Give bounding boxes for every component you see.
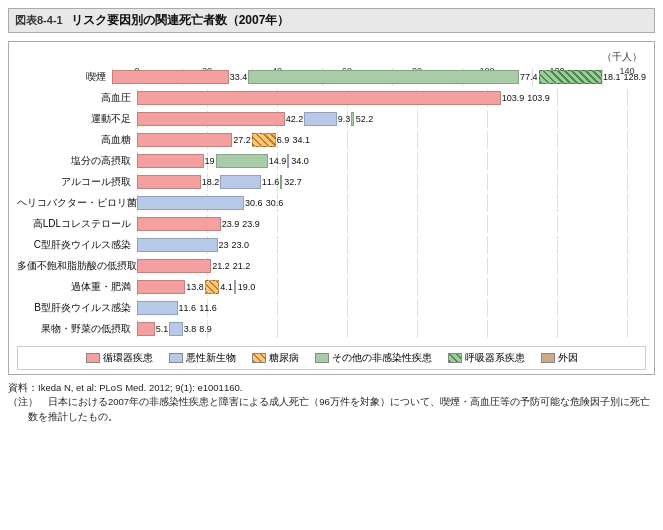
legend-box-1 bbox=[169, 353, 183, 363]
seg-label-2-0: 42.2 bbox=[286, 114, 304, 124]
total-label-8: 23.0 bbox=[232, 240, 250, 250]
seg-label-0-2: 18.1 bbox=[603, 72, 621, 82]
bar-area-7: 23.923.9 bbox=[137, 215, 646, 233]
bar-segment-0-1 bbox=[248, 70, 519, 84]
legend-item-4: 呼吸器系疾患 bbox=[448, 351, 525, 365]
bar-segment-4-0 bbox=[137, 154, 204, 168]
chart-row-1: 高血圧103.9103.9 bbox=[17, 89, 646, 107]
bar-segment-10-2 bbox=[234, 280, 236, 294]
chart-row-8: C型肝炎ウイルス感染2323.0 bbox=[17, 236, 646, 254]
unit-label: （千人） bbox=[17, 50, 646, 64]
row-label-12: 果物・野菜の低摂取 bbox=[17, 322, 137, 336]
bar-segment-11-0 bbox=[137, 301, 178, 315]
total-label-4: 34.0 bbox=[291, 156, 309, 166]
total-label-5: 32.7 bbox=[284, 177, 302, 187]
bar-area-0: 33.477.418.1128.9 bbox=[112, 68, 646, 86]
bar-segment-4-2 bbox=[287, 154, 289, 168]
seg-label-7-0: 23.9 bbox=[222, 219, 240, 229]
row-label-0: 喫煙 bbox=[17, 70, 112, 84]
seg-label-3-1: 6.9 bbox=[277, 135, 290, 145]
seg-label-2-1: 9.3 bbox=[338, 114, 351, 124]
legend-box-0 bbox=[86, 353, 100, 363]
bar-area-1: 103.9103.9 bbox=[137, 89, 646, 107]
chart-row-7: 高LDLコレステロール23.923.9 bbox=[17, 215, 646, 233]
legend-item-1: 悪性新生物 bbox=[169, 351, 236, 365]
bar-segment-5-1 bbox=[220, 175, 261, 189]
bar-area-9: 21.221.2 bbox=[137, 257, 646, 275]
bar-segment-12-0 bbox=[137, 322, 155, 336]
seg-label-10-1: 4.1 bbox=[220, 282, 233, 292]
bar-area-5: 18.211.632.7 bbox=[137, 173, 646, 191]
source-text: 資料：Ikeda N, et al: PLoS Med. 2012; 9(1):… bbox=[8, 381, 655, 395]
bar-segment-5-2 bbox=[280, 175, 282, 189]
note-text: （注） 日本における2007年の非感染性疾患と障害による成人死亡（96万件を対象… bbox=[8, 395, 655, 424]
chart-row-0: 喫煙33.477.418.1128.9 bbox=[17, 68, 646, 86]
chart-row-10: 過体重・肥満13.84.119.0 bbox=[17, 278, 646, 296]
chart-row-3: 高血糖27.26.934.1 bbox=[17, 131, 646, 149]
seg-label-4-0: 19 bbox=[205, 156, 215, 166]
row-label-9: 多価不飽和脂肪酸の低摂取 bbox=[17, 259, 137, 273]
bar-segment-6-0 bbox=[137, 196, 244, 210]
seg-label-8-0: 23 bbox=[219, 240, 229, 250]
total-label-9: 21.2 bbox=[233, 261, 251, 271]
row-label-8: C型肝炎ウイルス感染 bbox=[17, 238, 137, 252]
bar-area-3: 27.26.934.1 bbox=[137, 131, 646, 149]
seg-label-0-1: 77.4 bbox=[520, 72, 538, 82]
row-label-3: 高血糖 bbox=[17, 133, 137, 147]
row-label-6: ヘリコバクター・ピロリ菌感染 bbox=[17, 196, 137, 210]
seg-label-6-0: 30.6 bbox=[245, 198, 263, 208]
bar-segment-3-0 bbox=[137, 133, 232, 147]
bar-segment-1-0 bbox=[137, 91, 501, 105]
seg-label-10-0: 13.8 bbox=[186, 282, 204, 292]
bar-segment-3-1 bbox=[252, 133, 276, 147]
legend-label-0: 循環器疾患 bbox=[103, 351, 153, 365]
total-label-11: 11.6 bbox=[199, 303, 217, 313]
row-label-7: 高LDLコレステロール bbox=[17, 217, 137, 231]
chart-row-12: 果物・野菜の低摂取5.13.88.9 bbox=[17, 320, 646, 338]
figure-title: リスク要因別の関連死亡者数（2007年） bbox=[71, 12, 290, 29]
figure-number: 図表8-4-1 bbox=[15, 13, 63, 28]
bar-segment-12-1 bbox=[169, 322, 182, 336]
bar-segment-7-0 bbox=[137, 217, 221, 231]
bar-area-2: 42.29.352.2 bbox=[137, 110, 646, 128]
total-label-1: 103.9 bbox=[527, 93, 550, 103]
notes: 資料：Ikeda N, et al: PLoS Med. 2012; 9(1):… bbox=[8, 381, 655, 424]
chart-row-6: ヘリコバクター・ピロリ菌感染30.630.6 bbox=[17, 194, 646, 212]
seg-label-4-1: 14.9 bbox=[269, 156, 287, 166]
chart-row-9: 多価不飽和脂肪酸の低摂取21.221.2 bbox=[17, 257, 646, 275]
legend-item-3: その他の非感染性疾患 bbox=[315, 351, 432, 365]
bar-segment-10-0 bbox=[137, 280, 185, 294]
bar-area-8: 2323.0 bbox=[137, 236, 646, 254]
title-bar: 図表8-4-1 リスク要因別の関連死亡者数（2007年） bbox=[8, 8, 655, 33]
total-label-2: 52.2 bbox=[356, 114, 374, 124]
legend-box-5 bbox=[541, 353, 555, 363]
row-label-5: アルコール摂取 bbox=[17, 175, 137, 189]
bar-area-12: 5.13.88.9 bbox=[137, 320, 646, 338]
bar-segment-8-0 bbox=[137, 238, 218, 252]
row-label-10: 過体重・肥満 bbox=[17, 280, 137, 294]
seg-label-1-0: 103.9 bbox=[502, 93, 525, 103]
row-label-2: 運動不足 bbox=[17, 112, 137, 126]
chart-row-5: アルコール摂取18.211.632.7 bbox=[17, 173, 646, 191]
bar-segment-2-2 bbox=[351, 112, 353, 126]
seg-label-5-1: 11.6 bbox=[262, 177, 280, 187]
total-label-0: 128.9 bbox=[623, 72, 646, 82]
bar-segment-4-1 bbox=[216, 154, 268, 168]
bar-area-11: 11.611.6 bbox=[137, 299, 646, 317]
legend-label-5: 外因 bbox=[558, 351, 578, 365]
bar-segment-0-0 bbox=[112, 70, 229, 84]
bar-area-4: 1914.934.0 bbox=[137, 152, 646, 170]
row-label-1: 高血圧 bbox=[17, 91, 137, 105]
seg-label-9-0: 21.2 bbox=[212, 261, 230, 271]
bar-segment-2-0 bbox=[137, 112, 285, 126]
legend-label-1: 悪性新生物 bbox=[186, 351, 236, 365]
seg-label-12-0: 5.1 bbox=[156, 324, 169, 334]
total-label-6: 30.6 bbox=[266, 198, 284, 208]
seg-label-11-0: 11.6 bbox=[179, 303, 197, 313]
chart-row-4: 塩分の高摂取1914.934.0 bbox=[17, 152, 646, 170]
legend-box-3 bbox=[315, 353, 329, 363]
legend-item-5: 外因 bbox=[541, 351, 578, 365]
chart-row-11: B型肝炎ウイルス感染11.611.6 bbox=[17, 299, 646, 317]
legend-label-4: 呼吸器系疾患 bbox=[465, 351, 525, 365]
bar-segment-9-0 bbox=[137, 259, 211, 273]
